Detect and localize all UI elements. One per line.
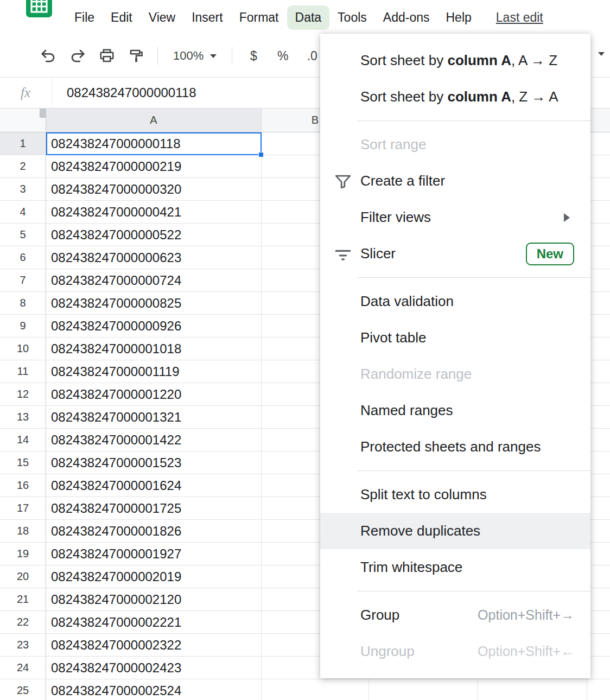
cell-A3[interactable]: 082438247000000320 — [46, 178, 262, 201]
cell-E6[interactable] — [587, 246, 610, 269]
cell-A20[interactable]: 082438247000002019 — [46, 565, 262, 588]
cell-E2[interactable] — [587, 155, 610, 178]
cell-E23[interactable] — [587, 634, 610, 657]
row-header-3[interactable]: 3 — [0, 178, 46, 201]
cell-B25[interactable] — [262, 679, 369, 700]
row-header-6[interactable]: 6 — [0, 246, 46, 269]
row-header-22[interactable]: 22 — [0, 611, 46, 634]
cell-A25[interactable]: 082438247000002524 — [46, 679, 262, 700]
row-header-21[interactable]: 21 — [0, 588, 46, 611]
cell-E25[interactable] — [587, 679, 610, 700]
cell-D25[interactable] — [478, 679, 587, 700]
cell-E24[interactable] — [587, 657, 610, 679]
menu-edit[interactable]: Edit — [103, 5, 141, 30]
column-header-E[interactable] — [587, 109, 610, 132]
cell-A5[interactable]: 082438247000000522 — [46, 224, 262, 246]
row-header-9[interactable]: 9 — [0, 315, 46, 338]
menu-format[interactable]: Format — [231, 5, 287, 30]
menu-item-sort-sheet-za[interactable]: Sort sheet by column A, Z → A — [320, 79, 590, 115]
cell-E14[interactable] — [587, 429, 610, 451]
cell-A7[interactable]: 082438247000000724 — [46, 269, 262, 292]
row-header-11[interactable]: 11 — [0, 360, 46, 383]
format-percent-button[interactable]: % — [268, 42, 297, 69]
format-currency-button[interactable]: $ — [239, 42, 268, 69]
cell-A12[interactable]: 082438247000001220 — [46, 383, 262, 406]
row-header-15[interactable]: 15 — [0, 451, 46, 474]
cell-A6[interactable]: 082438247000000623 — [46, 246, 262, 269]
cell-A19[interactable]: 082438247000001927 — [46, 543, 262, 565]
menu-item-ungroup[interactable]: UngroupOption+Shift+← — [320, 633, 590, 670]
cell-E13[interactable] — [587, 406, 610, 429]
paint-format-button[interactable] — [122, 42, 151, 69]
row-header-19[interactable]: 19 — [0, 543, 46, 565]
cell-A18[interactable]: 082438247000001826 — [46, 520, 262, 543]
redo-button[interactable] — [63, 42, 92, 69]
row-header-10[interactable]: 10 — [0, 338, 46, 360]
menu-help[interactable]: Help — [437, 5, 479, 30]
cell-A2[interactable]: 082438247000000219 — [46, 155, 262, 178]
menu-item-data-validation[interactable]: Data validation — [320, 283, 590, 320]
cell-A15[interactable]: 082438247000001523 — [46, 451, 262, 474]
cell-E1[interactable] — [587, 132, 610, 155]
menu-item-group[interactable]: GroupOption+Shift+→ — [320, 597, 590, 633]
cell-E16[interactable] — [587, 474, 610, 497]
row-header-23[interactable]: 23 — [0, 634, 46, 657]
cell-E12[interactable] — [587, 383, 610, 406]
row-header-16[interactable]: 16 — [0, 474, 46, 497]
cell-E3[interactable] — [587, 178, 610, 201]
row-header-25[interactable]: 25 — [0, 679, 46, 700]
cell-E7[interactable] — [587, 269, 610, 292]
row-header-20[interactable]: 20 — [0, 565, 46, 588]
sheets-logo-icon[interactable] — [26, 0, 52, 17]
print-button[interactable] — [92, 42, 122, 69]
cell-E8[interactable] — [587, 292, 610, 315]
menu-data[interactable]: Data — [287, 5, 330, 30]
cell-E18[interactable] — [587, 520, 610, 543]
row-header-18[interactable]: 18 — [0, 520, 46, 543]
menu-item-split-text-to-columns[interactable]: Split text to columns — [320, 476, 590, 513]
cell-E10[interactable] — [587, 338, 610, 360]
row-header-4[interactable]: 4 — [0, 201, 46, 224]
cell-E5[interactable] — [587, 224, 610, 246]
cell-A1[interactable]: 082438247000000118 — [46, 132, 262, 155]
cell-A21[interactable]: 082438247000002120 — [46, 588, 262, 611]
row-header-2[interactable]: 2 — [0, 155, 46, 178]
last-edit-link[interactable]: Last edit — [496, 10, 543, 25]
row-header-8[interactable]: 8 — [0, 292, 46, 315]
select-all-corner[interactable] — [0, 109, 46, 132]
menu-tools[interactable]: Tools — [329, 5, 375, 30]
row-header-1[interactable]: 1 — [0, 132, 46, 155]
cell-A13[interactable]: 082438247000001321 — [46, 406, 262, 429]
menu-item-randomize-range[interactable]: Randomize range — [320, 356, 590, 392]
menu-item-trim-whitespace[interactable]: Trim whitespace — [320, 549, 590, 586]
toolbar-more-icon[interactable] — [598, 52, 605, 56]
zoom-select[interactable]: 100% — [164, 49, 225, 63]
menu-item-sort-sheet-az[interactable]: Sort sheet by column A, A → Z — [320, 42, 590, 79]
menu-item-pivot-table[interactable]: Pivot table — [320, 320, 590, 356]
row-header-17[interactable]: 17 — [0, 497, 46, 520]
cell-A8[interactable]: 082438247000000825 — [46, 292, 262, 315]
cell-E4[interactable] — [587, 201, 610, 224]
menu-view[interactable]: View — [141, 5, 183, 30]
column-header-A[interactable]: A — [46, 109, 262, 132]
cell-E21[interactable] — [587, 588, 610, 611]
undo-button[interactable] — [34, 42, 63, 69]
cell-A17[interactable]: 082438247000001725 — [46, 497, 262, 520]
cell-E17[interactable] — [587, 497, 610, 520]
cell-A9[interactable]: 082438247000000926 — [46, 315, 262, 338]
cell-A16[interactable]: 082438247000001624 — [46, 474, 262, 497]
cell-A23[interactable]: 082438247000002322 — [46, 634, 262, 657]
row-header-14[interactable]: 14 — [0, 429, 46, 451]
menu-item-sort-range[interactable]: Sort range — [320, 126, 590, 163]
cell-C25[interactable] — [369, 679, 478, 700]
cell-A24[interactable]: 082438247000002423 — [46, 657, 262, 679]
cell-E11[interactable] — [587, 360, 610, 383]
row-header-7[interactable]: 7 — [0, 269, 46, 292]
cell-E15[interactable] — [587, 451, 610, 474]
row-header-13[interactable]: 13 — [0, 406, 46, 429]
cell-E9[interactable] — [587, 315, 610, 338]
menu-item-slicer[interactable]: SlicerNew — [320, 236, 590, 272]
fill-handle[interactable] — [258, 152, 264, 157]
cell-E20[interactable] — [587, 565, 610, 588]
menu-addons[interactable]: Add-ons — [375, 5, 438, 30]
